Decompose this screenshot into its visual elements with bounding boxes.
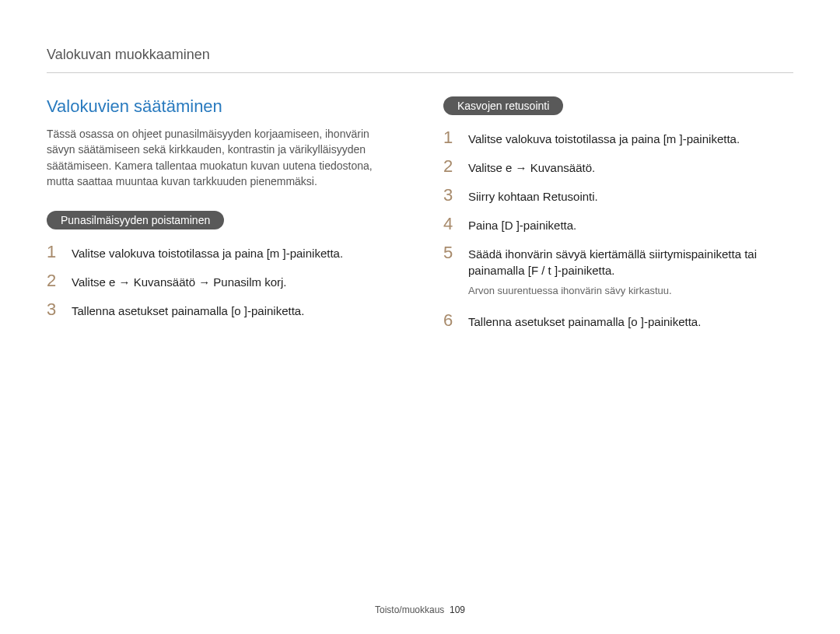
step-item: 4 Paina [D ]-painiketta. <box>443 215 793 233</box>
right-column: Kasvojen retusointi 1 Valitse valokuva t… <box>443 96 793 330</box>
step-item: 2 Valitse e → Kuvansäätö. <box>443 158 793 176</box>
step-number: 2 <box>443 158 457 175</box>
steps-list-right: 1 Valitse valokuva toistotilassa ja pain… <box>443 129 793 330</box>
step-number: 4 <box>443 215 457 233</box>
step-item: 5 Säädä ihonvärin sävyä kiertämällä siir… <box>443 244 793 278</box>
step-item: 1 Valitse valokuva toistotilassa ja pain… <box>443 129 793 147</box>
step-note: Arvon suurentuessa ihonvärin sävy kirkas… <box>468 285 793 296</box>
step-text: Valitse e → Kuvansäätö. <box>468 158 595 176</box>
page-footer: Toisto/muokkaus 109 <box>0 604 840 615</box>
subsection-pill-faceretouch: Kasvojen retusointi <box>443 96 563 115</box>
step-number: 1 <box>47 243 61 261</box>
step-item: 6 Tallenna asetukset painamalla [o ]-pai… <box>443 312 793 330</box>
step-item: 3 Tallenna asetukset painamalla [o ]-pai… <box>47 301 397 319</box>
left-column: Valokuvien säätäminen Tässä osassa on oh… <box>47 96 397 330</box>
step-text: Tallenna asetukset painamalla [o ]-paini… <box>72 301 304 319</box>
step-text: Valitse valokuva toistotilassa ja paina … <box>72 243 343 261</box>
step-text: Valitse valokuva toistotilassa ja paina … <box>468 129 740 147</box>
subsection-pill-redeyeremoval: Punasilmäisyyden poistaminen <box>47 211 224 229</box>
step-number: 2 <box>47 272 61 289</box>
step-text: Säädä ihonvärin sävyä kiertämällä siirty… <box>468 244 793 278</box>
step-item: 1 Valitse valokuva toistotilassa ja pain… <box>47 243 397 261</box>
step-number: 3 <box>47 301 61 318</box>
step-text: Siirry kohtaan Retusointi. <box>468 187 598 205</box>
step-text: Paina [D ]-painiketta. <box>468 215 576 233</box>
step-number: 3 <box>443 187 457 204</box>
footer-section: Toisto/muokkaus <box>375 604 444 615</box>
section-title: Valokuvien säätäminen <box>47 96 397 117</box>
step-text: Tallenna asetukset painamalla [o ]-paini… <box>468 312 701 330</box>
step-item: 3 Siirry kohtaan Retusointi. <box>443 187 793 205</box>
page-header: Valokuvan muokkaaminen <box>47 47 793 73</box>
intro-paragraph: Tässä osassa on ohjeet punasilmäisyyden … <box>47 126 397 189</box>
content-columns: Valokuvien säätäminen Tässä osassa on oh… <box>47 96 793 330</box>
step-text: Valitse e → Kuvansäätö → Punasilm korj. <box>72 272 287 290</box>
step-number: 6 <box>443 312 457 329</box>
step-item: 2 Valitse e → Kuvansäätö → Punasilm korj… <box>47 272 397 290</box>
step-number: 1 <box>443 129 457 146</box>
page-number: 109 <box>450 604 465 615</box>
steps-list-left: 1 Valitse valokuva toistotilassa ja pain… <box>47 243 397 319</box>
step-number: 5 <box>443 244 457 261</box>
